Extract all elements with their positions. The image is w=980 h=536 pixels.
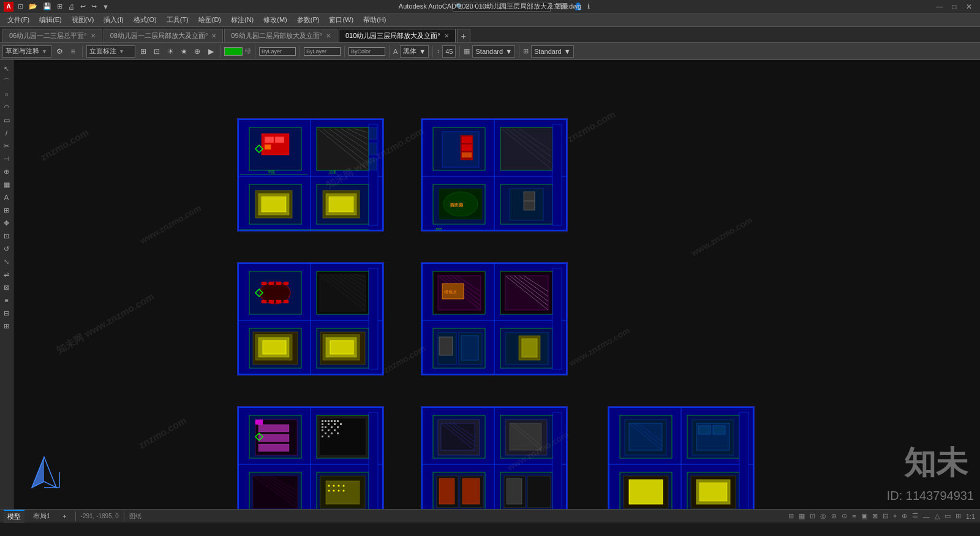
trim-tool[interactable]: ✂ [1,140,13,152]
arc-tool[interactable]: ◠ [1,101,13,113]
tab-2[interactable]: 09幼儿园二层局部放大及立面°✕ [224,29,337,42]
rotate-tool[interactable]: ↺ [1,243,13,255]
svg-rect-178 [369,412,378,509]
layer-settings-icon[interactable]: ⚙ [54,46,65,57]
layer-props-icon[interactable]: ≡ [67,46,78,57]
lineweight-icon[interactable]: — [922,513,931,520]
viewscale-icon[interactable]: ⊞ [523,47,529,55]
units-icon[interactable]: △ [933,512,941,520]
close-btn[interactable]: ✕ [962,0,976,13]
menu-item-v[interactable]: 视图(V) [67,14,99,26]
polar-icon[interactable]: ◎ [819,512,827,520]
color-indicator[interactable] [224,47,243,56]
plot-icon[interactable]: 🖨 [66,3,77,10]
menu-item-t[interactable]: 工具(T) [162,14,194,26]
menu-item-h[interactable]: 帮助(H) [358,14,391,26]
rectangle-tool[interactable]: ▭ [1,114,13,126]
new-icon[interactable]: ⊡ [16,2,25,10]
tab-0[interactable]: 06幼儿园一二三层总平面°✕ [2,29,102,42]
info-icon[interactable]: ℹ [587,2,590,10]
polyline-tool[interactable]: ⌒ [1,75,13,88]
anno-icon-3[interactable]: ☀ [165,46,176,57]
zoom-icon[interactable]: ⊞ [954,512,962,520]
open-icon[interactable]: 📂 [27,2,39,10]
qview-icon[interactable]: ▭ [943,512,952,520]
minimize-btn[interactable]: — [932,0,947,13]
add-tab-btn[interactable]: + [457,29,470,42]
3dosnap-icon[interactable]: ⌖ [892,512,898,520]
layers-tool[interactable]: ⊞ [1,320,13,332]
lineweight-dropdown[interactable]: ByLayer [259,47,296,56]
osnap-icon[interactable]: ⊕ [830,512,838,520]
text-style-dropdown[interactable]: 黑体 ▼ [400,45,429,58]
transparency-icon[interactable]: ▣ [860,512,869,520]
hatch-tool[interactable]: ▦ [1,178,13,191]
save-icon[interactable]: 💾 [41,2,53,10]
circle-tool[interactable]: ○ [1,88,13,100]
mirror-tool[interactable]: ⇌ [1,268,13,281]
grid-icon[interactable]: ▦ [797,512,806,520]
extend-tool[interactable]: ⊣ [1,153,13,165]
color-dropdown[interactable]: ByColor [349,47,385,56]
dimension-tool[interactable]: ⊞ [1,204,13,216]
dynin-icon[interactable]: ☰ [911,512,919,520]
menu-item-p[interactable]: 参数(P) [292,14,325,26]
canvas-area[interactable]: znzmo.com www.znzmo.com 知未网 www.znzmo.co… [13,60,980,509]
anno-icon-5[interactable]: ⊕ [192,46,203,57]
snap-icon[interactable]: ⊞ [787,512,795,520]
plot-style-dropdown[interactable]: Standard ▼ [472,45,515,58]
explode-tool[interactable]: ⊠ [1,281,13,293]
svg-point-174 [328,490,330,492]
lwt-icon[interactable]: ≡ [851,513,857,520]
anno-icon-6[interactable]: ▶ [205,46,216,57]
menu-item-o[interactable]: 格式(O) [129,14,162,26]
scale-tool[interactable]: ⤡ [1,255,13,268]
sel-cycling-icon[interactable]: ⊟ [881,512,889,520]
select-tool[interactable]: ↖ [1,62,13,75]
text-size-box[interactable]: 45 [442,45,456,58]
menu-item-e[interactable]: 编辑(E) [34,14,67,26]
annotscale-icon[interactable]: 1:1 [965,513,976,520]
more-icon[interactable]: ▼ [100,3,111,10]
dynucs-icon[interactable]: ⊕ [900,512,908,520]
text-tool[interactable]: A [1,191,13,203]
layout-tab[interactable]: 布局1 [29,510,54,523]
anno-icon-2[interactable]: ⊡ [151,46,162,57]
redo-icon[interactable]: ↪ [89,2,99,10]
qprops-icon[interactable]: ⊠ [871,512,879,520]
annotation-dropdown[interactable]: 立面标注 ▼ [86,45,135,58]
tab-close-btn[interactable]: ✕ [326,32,331,39]
properties-tool[interactable]: ≡ [1,294,13,306]
add-layout-btn[interactable]: + [59,510,70,523]
tab-1[interactable]: 08幼儿园一二层局部放大及立面°✕ [104,29,224,42]
match-properties-tool[interactable]: ⊟ [1,307,13,319]
linetype-dropdown[interactable]: ByLayer [304,47,341,56]
undo-icon[interactable]: ↩ [78,2,88,10]
menu-item-d[interactable]: 绘图(D) [194,14,226,26]
save-as-icon[interactable]: ⊞ [55,2,64,10]
offset-tool[interactable]: ⊕ [1,165,13,178]
menu-item-n[interactable]: 标注(N) [226,14,258,26]
model-tab[interactable]: 模型 [4,510,24,523]
line-tool[interactable]: / [1,127,13,139]
copy-tool[interactable]: ⊡ [1,230,13,242]
layout-icon[interactable]: ▦ [464,47,470,55]
anno-icon-1[interactable]: ⊞ [138,46,149,57]
tab-close-btn[interactable]: ✕ [444,32,449,39]
app-icon: A [4,2,13,12]
otrack-icon[interactable]: ⊙ [840,512,848,520]
anno-icon-4[interactable]: ★ [178,46,189,57]
menu-item-f[interactable]: 文件(F) [2,14,34,26]
move-tool[interactable]: ✥ [1,217,13,229]
svg-point-176 [338,490,340,492]
maximize-btn[interactable]: □ [947,0,962,13]
ortho-icon[interactable]: ⊡ [809,512,816,520]
menu-item-m[interactable]: 修改(M) [258,14,292,26]
menu-item-i[interactable]: 插入(I) [99,14,128,26]
menu-item-w[interactable]: 窗口(W) [324,14,358,26]
dim-style-dropdown[interactable]: Standard ▼ [531,45,574,58]
tab-close-btn[interactable]: ✕ [211,32,216,39]
tab-close-btn[interactable]: ✕ [91,32,96,39]
tab-3[interactable]: 010幼儿园三层局部放大及立面°✕ [339,29,456,42]
workspace-dropdown[interactable]: 草图与注释 ▼ [2,45,51,58]
